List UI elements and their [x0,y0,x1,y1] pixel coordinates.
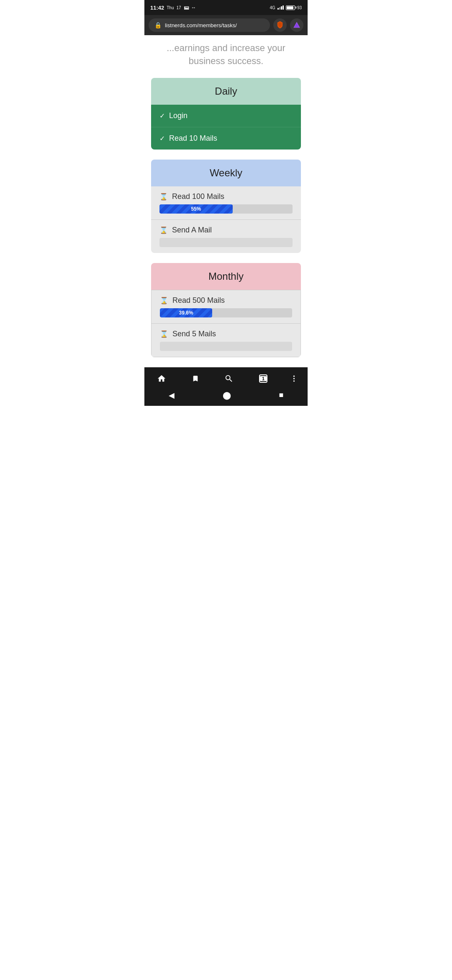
weekly-task-send-title: ⌛ Send A Mail [159,226,293,235]
hourglass-icon-4: ⌛ [160,330,168,338]
monthly-header: Monthly [151,263,301,290]
monthly-send5-progress-container [160,342,292,351]
monthly-tasks-container: ⌛ Read 500 Mails 39.6% ⌛ Send 5 Mails [151,290,301,357]
nav-more[interactable] [289,372,299,385]
daily-task-read-mails: ✓ Read 10 Mails [151,127,301,150]
check-icon-login: ✓ [159,112,165,120]
hero-business-text: business success. [189,56,264,66]
monthly-task-read500: ⌛ Read 500 Mails 39.6% [152,290,300,324]
url-text: listnerds.com/members/tasks/ [165,22,264,28]
hourglass-icon-2: ⌛ [159,226,168,234]
weekly-task-send-label: Send A Mail [172,226,212,235]
weekly-send-progress-container [159,238,293,247]
nav-search[interactable] [220,372,238,385]
weekly-task-read100-label: Read 100 Mails [172,192,224,201]
daily-title: Daily [215,85,237,97]
notification-icon-1: 🖴 [184,5,189,10]
daily-task-read-mails-label: Read 10 Mails [169,134,217,143]
weekly-read100-progress-label: 55% [191,206,201,212]
recents-button[interactable]: ■ [279,391,284,400]
monthly-section: Monthly ⌛ Read 500 Mails 39.6% ⌛ Send 5 … [151,263,301,357]
hero-text: ...earnings and increase your business s… [144,35,308,78]
weekly-task-read100-title: ⌛ Read 100 Mails [159,192,293,201]
lock-icon: 🔒 [154,22,162,28]
weekly-header: Weekly [151,160,301,186]
monthly-task-send5-label: Send 5 Mails [172,330,216,338]
monthly-task-send5-title: ⌛ Send 5 Mails [160,330,292,338]
weekly-task-read100: ⌛ Read 100 Mails 55% [151,186,301,220]
svg-point-2 [293,375,295,377]
signal-bars [277,5,284,10]
hourglass-icon-1: ⌛ [159,193,168,201]
nav-bookmark[interactable] [187,372,203,385]
monthly-read500-progress-label: 39.6% [179,310,193,316]
weekly-read100-progress-fill: 55% [159,204,233,214]
daily-task-login: ✓ Login [151,105,301,127]
monthly-title: Monthly [208,271,244,282]
weekly-task-send-mail: ⌛ Send A Mail [151,220,301,253]
bottom-nav: 1 [144,367,308,387]
daily-section: Daily ✓ Login ✓ Read 10 Mails [151,78,301,150]
status-right-area: 4G 93 [270,5,302,10]
battery-level: 93 [297,5,302,10]
weekly-section: Weekly ⌛ Read 100 Mails 55% ⌛ Send A Mai… [151,160,301,253]
daily-header: Daily [151,78,301,105]
home-button[interactable]: ⬤ [223,391,231,400]
monthly-task-read500-label: Read 500 Mails [172,296,225,305]
network-indicator: 4G [270,5,275,10]
brave-rewards-icon[interactable] [290,18,303,32]
daily-tasks-container: ✓ Login ✓ Read 10 Mails [151,105,301,150]
weekly-tasks-container: ⌛ Read 100 Mails 55% ⌛ Send A Mail [151,186,301,253]
monthly-task-send5: ⌛ Send 5 Mails [152,324,300,357]
check-icon-read-mails: ✓ [159,134,165,142]
brave-browser-icon[interactable] [273,18,287,32]
status-day: Thu [167,5,174,10]
monthly-read500-progress-container: 39.6% [160,308,292,317]
system-nav: ◀ ⬤ ■ [144,387,308,406]
status-bar: 11:42 Thu 17 🖴 ↔ 4G 93 [144,0,308,15]
nav-tabs[interactable]: 1 [255,373,272,384]
nav-home[interactable] [153,372,170,385]
svg-point-4 [293,380,295,382]
status-date: 17 [176,5,181,10]
browser-bar: 🔒 listnerds.com/members/tasks/ [144,15,308,35]
back-button[interactable]: ◀ [169,391,175,400]
hero-partial-text: ...earnings and increase your [167,43,285,53]
page-content: ...earnings and increase your business s… [144,35,308,357]
status-time-area: 11:42 Thu 17 🖴 ↔ [150,5,196,11]
monthly-read500-progress-fill: 39.6% [160,308,212,317]
battery-icon [286,5,295,10]
svg-point-3 [293,378,295,379]
daily-task-login-label: Login [169,111,187,120]
url-bar[interactable]: 🔒 listnerds.com/members/tasks/ [149,18,270,32]
monthly-task-read500-title: ⌛ Read 500 Mails [160,296,292,305]
notification-icon-2: ↔ [191,5,196,10]
hourglass-icon-3: ⌛ [160,297,168,304]
weekly-read100-progress-container: 55% [159,204,293,214]
weekly-title: Weekly [210,167,242,178]
tab-count-badge: 1 [259,376,267,381]
status-time: 11:42 [150,5,164,11]
